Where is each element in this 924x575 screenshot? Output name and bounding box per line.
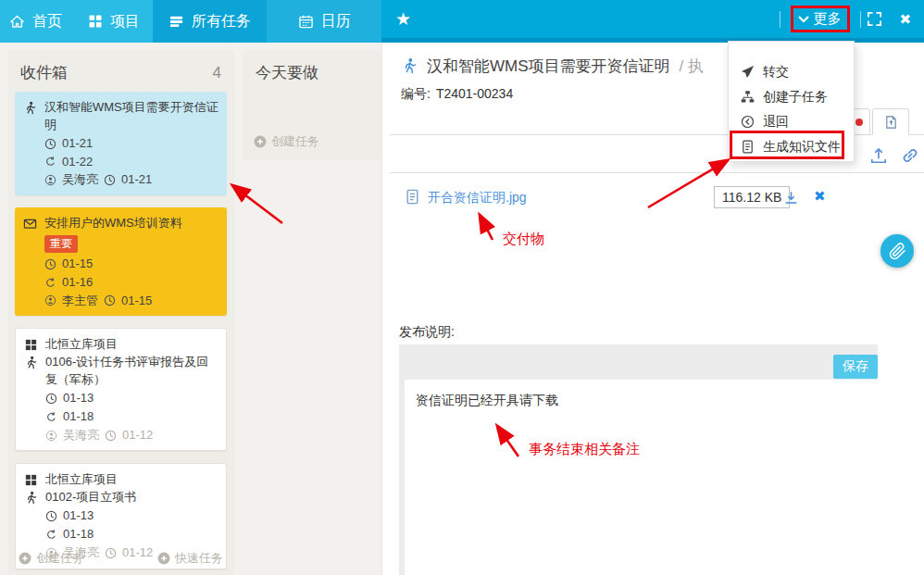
favorite-star-icon[interactable]: ★ xyxy=(395,10,411,28)
card-owner-row: 吴海亮 01-12 xyxy=(24,427,218,444)
task-title: 汉和智能WMS项目需要开资信证明 xyxy=(427,56,670,77)
owner-date: 01-21 xyxy=(121,171,152,189)
inbox-count-badge: 4 xyxy=(213,64,221,82)
header-divider xyxy=(780,11,780,28)
menu-item-generate-knowledge-file[interactable]: 生成知识文件 xyxy=(729,134,854,159)
upload-attachment-button[interactable] xyxy=(869,146,888,165)
nav-item-home[interactable]: 首页 xyxy=(0,0,75,43)
menu-item-transfer[interactable]: 转交 xyxy=(729,59,854,84)
card-plan-date: 01-13 xyxy=(24,507,218,525)
redo-clock-icon xyxy=(45,529,57,541)
nav-item-label: 日历 xyxy=(321,12,351,31)
important-badge: 重要 xyxy=(44,235,78,253)
calendar-icon xyxy=(298,14,314,30)
nav-item-projects[interactable]: 项目 xyxy=(75,0,153,43)
clock-icon xyxy=(45,393,57,405)
remove-attachment-button[interactable]: ✖ xyxy=(814,188,826,205)
card-repeat-date: 01-18 xyxy=(24,408,218,426)
plan-date-value: 01-13 xyxy=(63,507,94,525)
attach-fab-button[interactable] xyxy=(880,234,914,268)
card-project: 北恒立库项目 xyxy=(45,471,118,489)
attachment-file-link[interactable]: 开合资信证明.jpg xyxy=(428,190,527,206)
close-icon: ✖ xyxy=(899,11,911,27)
task-card[interactable]: 汉和智能WMS项目需要开资信证明 01-21 01-22 吴海亮 01-21 xyxy=(15,92,227,195)
person-icon xyxy=(44,174,56,186)
plus-circle-icon xyxy=(157,552,170,565)
clock-icon xyxy=(104,294,116,306)
plan-date-value: 01-15 xyxy=(62,256,93,273)
owner-name: 吴海亮 xyxy=(63,427,99,444)
menu-item-label: 生成知识文件 xyxy=(763,139,841,156)
plan-date-value: 01-13 xyxy=(63,390,94,407)
person-icon xyxy=(45,430,57,442)
card-title-row: 0102-项目立项书 xyxy=(24,489,218,506)
owner-name: 吴海亮 xyxy=(62,171,98,189)
nav-item-label: 项目 xyxy=(110,12,140,31)
plus-circle-icon xyxy=(254,135,267,148)
chevron-down-icon xyxy=(798,15,809,23)
card-plan-date: 01-21 xyxy=(23,135,219,153)
top-nav: 首页 项目 所有任务 日历 xyxy=(0,0,381,43)
card-repeat-date: 01-16 xyxy=(23,274,219,292)
card-title-row: 汉和智能WMS项目需要开资信证明 xyxy=(23,99,219,134)
create-task-label: 创建任务 xyxy=(36,550,84,567)
task-card[interactable]: 北恒立库项目 0106-设计任务书评审报告及回复（军标） 01-13 01-18… xyxy=(15,328,227,451)
repeat-date-value: 01-18 xyxy=(63,526,94,544)
create-task-button[interactable]: 创建任务 xyxy=(19,550,84,567)
fullscreen-button[interactable] xyxy=(867,11,882,27)
close-button[interactable]: ✖ xyxy=(899,11,911,28)
card-project-row: 北恒立库项目 xyxy=(24,471,218,489)
task-walk-icon xyxy=(24,491,38,505)
quick-task-button[interactable]: 快速任务 xyxy=(157,550,223,567)
task-list-icon xyxy=(169,14,184,30)
plan-date-value: 01-21 xyxy=(62,135,93,153)
card-owner-row: 李主管 01-15 xyxy=(23,293,219,310)
redo-clock-icon xyxy=(44,277,56,289)
tab-deliverables[interactable] xyxy=(872,108,909,135)
upload-icon xyxy=(869,146,888,165)
menu-item-return[interactable]: 退回 xyxy=(729,109,854,134)
quick-task-label: 快速任务 xyxy=(175,550,223,567)
clock-icon xyxy=(44,138,56,150)
person-icon xyxy=(44,294,56,306)
card-title: 0106-设计任务书评审报告及回复（军标） xyxy=(45,354,218,389)
clock-icon xyxy=(105,430,117,442)
project-grid-icon xyxy=(24,473,38,487)
redo-clock-icon xyxy=(44,156,56,168)
task-card[interactable]: 安排用户的WMS培训资料 重要 01-15 01-16 李主管 01-15 xyxy=(15,207,227,316)
inbox-column: 收件箱 4 汉和智能WMS项目需要开资信证明 01-21 01-22 吴海亮 0… xyxy=(7,50,234,575)
today-title: 今天要做 xyxy=(256,62,318,83)
task-walk-icon xyxy=(23,101,37,115)
release-note-textarea[interactable]: 资信证明已经开具请下载 xyxy=(405,380,878,575)
repeat-date-value: 01-22 xyxy=(62,154,93,171)
today-create-task-button[interactable]: 创建任务 xyxy=(254,133,319,150)
paper-plane-icon xyxy=(741,65,755,79)
owner-date: 01-15 xyxy=(121,293,152,310)
card-repeat-date: 01-18 xyxy=(24,526,218,544)
more-button[interactable]: 更多 xyxy=(791,6,850,32)
menu-item-create-subtask[interactable]: 创建子任务 xyxy=(729,84,854,109)
notification-dot xyxy=(855,119,863,126)
link-attachment-button[interactable] xyxy=(901,146,919,165)
task-number-value: T2401-00234 xyxy=(436,86,513,103)
card-title: 汉和智能WMS项目需要开资信证明 xyxy=(44,99,219,134)
nav-item-all-tasks[interactable]: 所有任务 xyxy=(153,0,267,43)
card-title: 0102-项目立项书 xyxy=(45,489,136,506)
download-icon xyxy=(783,190,799,206)
download-attachment-button[interactable] xyxy=(783,190,799,206)
card-plan-date: 01-15 xyxy=(23,256,219,273)
save-button[interactable]: 保存 xyxy=(833,355,878,379)
task-number-row: 编号: T2401-00234 xyxy=(401,86,513,103)
task-walk-icon xyxy=(24,356,38,369)
today-header: 今天要做 xyxy=(243,50,381,92)
card-project: 北恒立库项目 xyxy=(45,336,118,354)
detail-header-bar: ★ 更多 ✖ xyxy=(381,0,924,43)
card-title: 安排用户的WMS培训资料 xyxy=(44,215,182,232)
inbox-footer: 创建任务 快速任务 xyxy=(7,543,234,575)
card-owner-row: 吴海亮 01-21 xyxy=(23,171,219,189)
nav-item-calendar[interactable]: 日历 xyxy=(267,0,381,43)
card-repeat-date: 01-22 xyxy=(23,154,219,171)
home-icon xyxy=(9,14,25,30)
clock-icon xyxy=(104,174,116,186)
expand-icon xyxy=(867,11,882,27)
